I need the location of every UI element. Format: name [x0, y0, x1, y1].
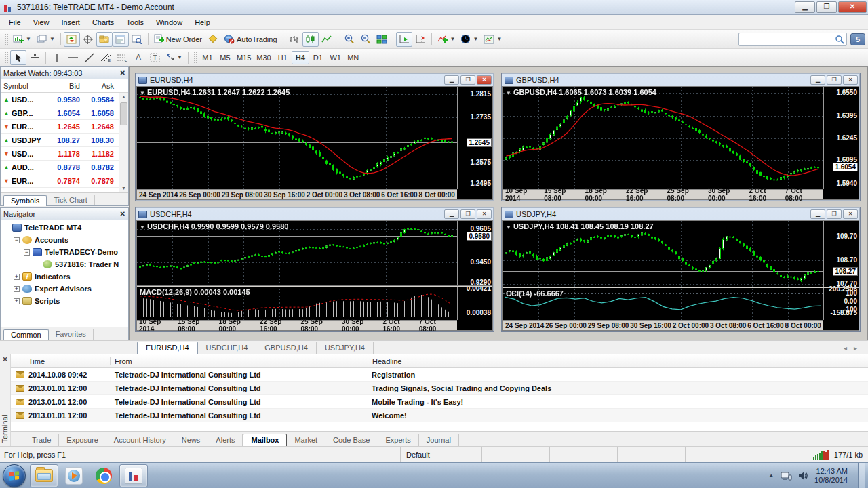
strategy-tester-button[interactable] [129, 32, 145, 47]
chart-window-gbpusd[interactable]: GBPUSD,H4 ▁❐✕ ▼GBPUSD,H4 1.6065 1.6073 1… [501, 73, 861, 201]
chart-minimize-button[interactable]: ▁ [810, 209, 825, 219]
tab-market[interactable]: Market [287, 434, 326, 446]
symbol-row[interactable]: ▲EUR...1.43881.4408 [1, 188, 128, 192]
mail-row[interactable]: 2013.01.01 12:00Teletrade-DJ Internation… [11, 382, 868, 395]
tab-exposure[interactable]: Exposure [59, 434, 106, 446]
candlestick-button[interactable] [302, 32, 319, 47]
menu-insert[interactable]: Insert [55, 16, 86, 28]
zoom-in-button[interactable] [341, 32, 357, 47]
scroll-up-icon[interactable]: ▲ [120, 93, 127, 101]
scroll-down-icon[interactable]: ▼ [120, 184, 127, 192]
tab-scroll-arrows[interactable]: ◂▸ [844, 344, 864, 352]
profiles-button[interactable]: ▼ [34, 32, 58, 47]
tree-item-scripts[interactable]: +Scripts [1, 295, 128, 307]
tab-tick-chart[interactable]: Tick Chart [47, 195, 95, 205]
channel-tool[interactable]: E [98, 50, 114, 65]
taskbar-mt4-button[interactable] [119, 464, 148, 487]
periods-button[interactable]: ▼ [458, 32, 481, 47]
restore-button[interactable]: ❐ [816, 1, 837, 13]
close-button[interactable]: ✕ [838, 1, 867, 13]
symbol-row[interactable]: ▲AUD...0.87780.8782 [1, 161, 128, 174]
chart-window-eurusd[interactable]: EURUSD,H4 ▁❐✕ ▼EURUSD,H4 1.2631 1.2647 1… [135, 73, 494, 201]
vertical-line-tool[interactable] [49, 50, 65, 65]
tree-item-expert-advisors[interactable]: +Expert Advisors [1, 283, 128, 295]
menu-window[interactable]: Window [150, 16, 189, 28]
line-chart-button[interactable] [319, 32, 335, 47]
symbol-row[interactable]: ▲GBP...1.60541.6058 [1, 106, 128, 120]
menu-charts[interactable]: Charts [86, 16, 120, 28]
zoom-out-button[interactable] [357, 32, 374, 47]
show-desktop-button[interactable] [858, 463, 865, 488]
tab-mailbox[interactable]: Mailbox [243, 434, 287, 446]
tab-alerts[interactable]: Alerts [208, 434, 243, 446]
chart-minimize-button[interactable]: ▁ [810, 75, 825, 85]
new-order-button[interactable]: New Order [151, 32, 205, 47]
symbol-row[interactable]: ▲USDJPY108.27108.30 [1, 134, 128, 147]
auto-scroll-button[interactable] [396, 32, 412, 47]
tree-item-accounts[interactable]: −Accounts [1, 234, 128, 246]
arrows-tool[interactable]: ▼ [163, 50, 185, 65]
tab-trade[interactable]: Trade [24, 434, 59, 446]
search-input[interactable] [738, 33, 847, 46]
speaker-icon[interactable] [798, 471, 808, 481]
indicators-button[interactable]: ▼ [435, 32, 458, 47]
autotrading-button[interactable]: AutoTrading [221, 32, 280, 47]
chart-shift-button[interactable] [412, 32, 429, 47]
tab-common[interactable]: Common [3, 329, 49, 340]
timeframe-mn[interactable]: MN [344, 51, 362, 64]
menu-help[interactable]: Help [189, 16, 216, 28]
chart-tab-usdjpy[interactable]: USDJPY,H4 [317, 342, 374, 354]
fibonacci-tool[interactable]: F [114, 50, 130, 65]
crosshair-tool[interactable] [26, 50, 43, 65]
tray-expand-icon[interactable]: ▲ [768, 472, 774, 479]
timeframe-h4[interactable]: H4 [292, 51, 309, 64]
menu-view[interactable]: View [27, 16, 56, 28]
timeframe-m1[interactable]: M1 [199, 51, 216, 64]
symbol-row[interactable]: ▼EUR...1.26451.2648 [1, 120, 128, 134]
minimize-button[interactable]: ▁ [795, 1, 815, 13]
taskbar-clock[interactable]: 12:43 AM 10/8/2014 [814, 467, 852, 485]
tab-news[interactable]: News [174, 434, 209, 446]
market-watch-toggle[interactable] [64, 32, 80, 47]
chart-restore-button[interactable]: ❐ [460, 209, 475, 219]
timeframe-m15[interactable]: M15 [234, 51, 254, 64]
chart-minimize-button[interactable]: ▁ [444, 209, 459, 219]
tab-journal[interactable]: Journal [419, 434, 459, 446]
horizontal-line-tool[interactable] [65, 50, 81, 65]
network-icon[interactable] [780, 471, 792, 481]
chart-window-usdjpy[interactable]: USDJPY,H4 ▁❐✕ ▼USDJPY,H4 108.41 108.45 1… [501, 207, 861, 332]
data-window-button[interactable] [80, 32, 96, 47]
tree-item-indicators[interactable]: +fIndicators [1, 270, 128, 283]
chart-restore-button[interactable]: ❐ [827, 209, 842, 219]
chart-minimize-button[interactable]: ▁ [444, 75, 459, 85]
text-tool[interactable]: A [130, 50, 146, 65]
new-chart-button[interactable]: ▼ [10, 32, 34, 47]
symbol-row[interactable]: ▲USD...0.95800.9584 [1, 93, 128, 106]
pane-divider[interactable] [503, 287, 859, 288]
timeframe-h1[interactable]: H1 [274, 51, 292, 64]
mail-row[interactable]: 2013.01.01 12:00Teletrade-DJ Internation… [11, 409, 868, 422]
tab-code-base[interactable]: Code Base [326, 434, 378, 446]
text-label-tool[interactable]: T [146, 50, 163, 65]
chart-window-usdchf[interactable]: USDCHF,H4 ▁❐✕ ▼USDCHF,H4 0.9590 0.9599 0… [135, 207, 494, 332]
trendline-tool[interactable] [81, 50, 98, 65]
chart-close-button[interactable]: ✕ [477, 209, 492, 219]
market-watch-scrollbar[interactable]: ▲ ▼ [119, 93, 128, 192]
tab-experts[interactable]: Experts [378, 434, 419, 446]
symbol-row[interactable]: ▼USD...1.11781.1182 [1, 147, 128, 161]
metaeditor-button[interactable] [205, 32, 221, 47]
chart-close-button[interactable]: ✕ [477, 75, 492, 85]
community-badge[interactable]: 5 [850, 33, 865, 45]
timeframe-m30[interactable]: M30 [254, 51, 273, 64]
navigator-toggle[interactable] [96, 32, 113, 47]
cursor-tool[interactable] [10, 50, 26, 65]
terminal-toggle[interactable] [113, 32, 129, 47]
tile-windows-button[interactable] [374, 32, 390, 47]
timeframe-w1[interactable]: W1 [327, 51, 344, 64]
mail-row[interactable]: 2014.10.08 09:42Teletrade-DJ Internation… [11, 368, 868, 382]
templates-button[interactable]: ▼ [481, 32, 505, 47]
taskbar-explorer-button[interactable] [30, 464, 58, 487]
mail-row[interactable]: 2013.01.01 12:00Teletrade-DJ Internation… [11, 395, 868, 409]
menu-file[interactable]: File [3, 16, 27, 28]
chart-tab-usdchf[interactable]: USDCHF,H4 [198, 342, 257, 354]
